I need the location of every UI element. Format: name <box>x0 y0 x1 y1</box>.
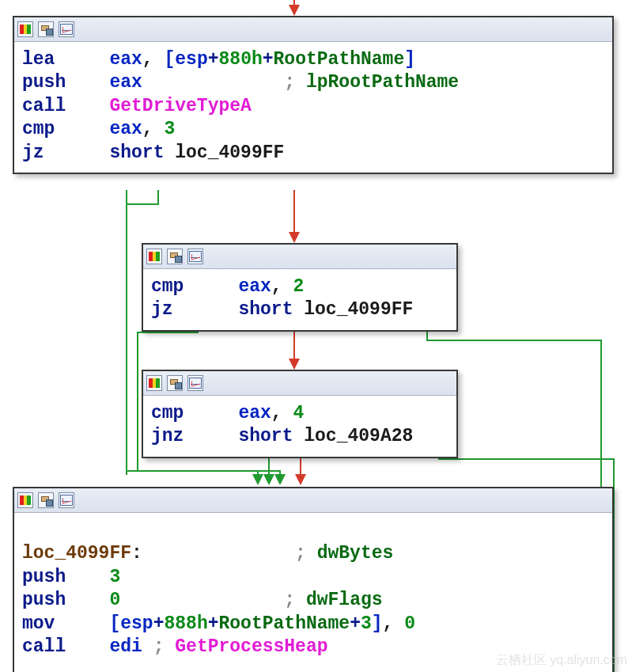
disassembly-graph-canvas[interactable]: lea eax, [esp+880h+RootPathName] push ea… <box>0 0 632 672</box>
node-titlebar[interactable] <box>143 245 456 269</box>
watermark: 云栖社区 yq.aliyun.com <box>496 652 627 669</box>
color-picker-icon[interactable] <box>17 492 33 508</box>
graph-options-icon[interactable] <box>59 492 74 508</box>
svg-marker-1 <box>289 5 300 16</box>
node-body: cmp eax, 2 jz short loc_4099FF <box>143 269 456 330</box>
node-4[interactable]: loc_4099FF: ; dwBytes push 3 push 0 ; dw… <box>13 487 614 672</box>
color-picker-icon[interactable] <box>17 21 33 37</box>
brush-icon[interactable] <box>167 375 183 391</box>
color-picker-icon[interactable] <box>146 375 162 391</box>
node-titlebar[interactable] <box>14 17 612 42</box>
node-body: loc_4099FF: ; dwBytes push 3 push 0 ; dw… <box>14 513 612 667</box>
svg-marker-9 <box>263 474 274 485</box>
node-2[interactable]: cmp eax, 2 jz short loc_4099FF <box>142 243 458 332</box>
node-titlebar[interactable] <box>143 371 456 396</box>
graph-options-icon[interactable] <box>187 375 203 391</box>
svg-marker-3 <box>289 232 300 243</box>
node-body: lea eax, [esp+880h+RootPathName] push ea… <box>14 42 612 173</box>
node-body: cmp eax, 4 jnz short loc_409A28 <box>143 396 456 457</box>
svg-marker-10 <box>252 474 263 485</box>
svg-marker-11 <box>274 474 286 485</box>
svg-marker-6 <box>289 359 300 370</box>
svg-marker-8 <box>295 474 306 485</box>
graph-options-icon[interactable] <box>59 21 74 37</box>
color-picker-icon[interactable] <box>146 249 162 264</box>
brush-icon[interactable] <box>167 249 183 264</box>
node-titlebar[interactable] <box>14 488 612 513</box>
node-1[interactable]: lea eax, [esp+880h+RootPathName] push ea… <box>13 16 614 174</box>
graph-options-icon[interactable] <box>187 249 203 264</box>
brush-icon[interactable] <box>38 492 54 508</box>
brush-icon[interactable] <box>38 21 54 37</box>
node-3[interactable]: cmp eax, 4 jnz short loc_409A28 <box>142 370 458 458</box>
